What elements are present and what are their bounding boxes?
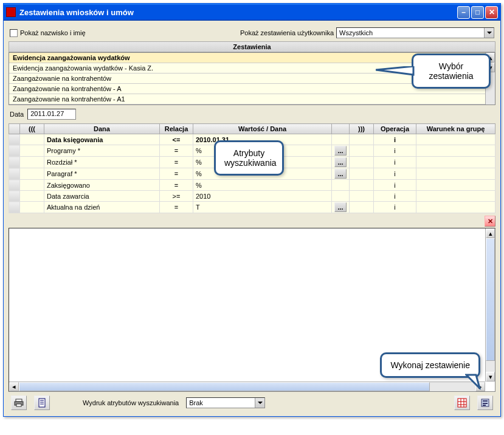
close-panel-button[interactable]: ✕ (485, 216, 495, 227)
row-selector[interactable] (9, 180, 20, 191)
table-row[interactable]: Aktualna na dzień=T...i (9, 202, 495, 213)
cell-open[interactable] (20, 168, 44, 180)
cell-open[interactable] (20, 202, 44, 213)
table-row[interactable]: Data zawarcia>=2010i (9, 191, 495, 202)
cell-picker[interactable]: ... (332, 157, 350, 168)
table-row[interactable]: Zaksięgowano=%i (9, 180, 495, 191)
dropdown-arrow-icon (484, 28, 494, 38)
cell-warunek[interactable] (416, 134, 495, 145)
ellipsis-button[interactable]: ... (334, 146, 347, 156)
cell-relacja[interactable]: = (160, 145, 193, 157)
cell-dana[interactable]: Data księgowania (44, 134, 160, 145)
dropdown-arrow-icon (255, 398, 264, 408)
maximize-button[interactable]: □ (471, 6, 484, 19)
cell-operacja[interactable]: i (374, 180, 416, 191)
cell-close[interactable] (350, 202, 374, 213)
cell-relacja[interactable]: >= (160, 191, 193, 202)
scroll-up-icon[interactable]: ▴ (486, 228, 495, 238)
show-name-checkbox[interactable] (10, 29, 18, 37)
list-item[interactable]: Zaangażowanie na kontrahentów - A1 (9, 94, 495, 104)
ellipsis-button[interactable]: ... (334, 202, 347, 212)
svg-marker-1 (466, 375, 480, 388)
close-button[interactable]: ✕ (485, 6, 498, 19)
ellipsis-button[interactable]: ... (334, 157, 347, 167)
col-close: ))) (350, 124, 374, 134)
scroll-thumb[interactable] (19, 382, 430, 391)
cell-close[interactable] (350, 168, 374, 180)
cell-warunek[interactable] (416, 202, 495, 213)
cell-dana[interactable]: Paragraf * (44, 168, 160, 180)
row-selector[interactable] (9, 145, 20, 157)
row-selector[interactable] (9, 157, 20, 168)
cell-close[interactable] (350, 134, 374, 145)
cell-wartosc[interactable]: T (193, 202, 332, 213)
cell-relacja[interactable]: = (160, 157, 193, 168)
scroll-down-icon[interactable]: ▾ (486, 372, 495, 382)
col-wartosc: Wartość / Dana (193, 124, 332, 134)
results-h-scrollbar[interactable]: ◂ ▸ (9, 382, 485, 391)
minimize-button[interactable]: – (457, 6, 470, 19)
row-selector[interactable] (9, 191, 20, 202)
cell-open[interactable] (20, 180, 44, 191)
user-filter-dropdown[interactable]: Wszystkich (336, 27, 494, 38)
cell-close[interactable] (350, 157, 374, 168)
cell-wartosc[interactable]: % (193, 180, 332, 191)
cell-open[interactable] (20, 191, 44, 202)
svg-rect-2 (16, 399, 22, 402)
cell-warunek[interactable] (416, 180, 495, 191)
cell-close[interactable] (350, 145, 374, 157)
window-title: Zestawienia wniosków i umów (19, 8, 457, 17)
row-selector[interactable] (9, 168, 20, 180)
cell-warunek[interactable] (416, 191, 495, 202)
scroll-thumb[interactable] (486, 238, 495, 361)
cell-operacja[interactable]: i (374, 145, 416, 157)
cell-dana[interactable]: Rozdział * (44, 157, 160, 168)
cell-relacja[interactable]: = (160, 168, 193, 180)
cell-picker[interactable] (332, 180, 350, 191)
cell-operacja[interactable]: i (374, 134, 416, 145)
cell-picker[interactable]: ... (332, 145, 350, 157)
date-label: Data (10, 111, 24, 118)
cell-open[interactable] (20, 134, 44, 145)
cell-operacja[interactable]: i (374, 202, 416, 213)
cell-operacja[interactable]: i (374, 157, 416, 168)
cell-picker[interactable]: ... (332, 202, 350, 213)
cell-dana[interactable]: Aktualna na dzień (44, 202, 160, 213)
cell-wartosc[interactable]: 2010 (193, 191, 332, 202)
cell-operacja[interactable]: i (374, 168, 416, 180)
grid-view-button[interactable] (454, 396, 470, 410)
results-v-scrollbar[interactable]: ▴ ▾ (485, 228, 495, 382)
cell-open[interactable] (20, 157, 44, 168)
date-input[interactable]: 2011.01.27 (27, 109, 76, 120)
cell-warunek[interactable] (416, 145, 495, 157)
cell-close[interactable] (350, 191, 374, 202)
user-filter-label: Pokaż zestawienia użytkownika (240, 29, 334, 36)
cell-picker[interactable]: ... (332, 168, 350, 180)
callout-execute-report: Wykonaj zestawienie (380, 352, 480, 378)
cell-operacja[interactable]: i (374, 191, 416, 202)
ellipsis-button[interactable]: ... (334, 169, 347, 179)
print-attrs-value: Brak (189, 399, 203, 406)
scroll-left-icon[interactable]: ◂ (9, 382, 19, 391)
cell-relacja[interactable]: = (160, 202, 193, 213)
cell-dana[interactable]: Programy * (44, 145, 160, 157)
export-button[interactable] (34, 396, 50, 410)
print-button[interactable] (11, 396, 27, 410)
cell-warunek[interactable] (416, 157, 495, 168)
cell-relacja[interactable]: = (160, 180, 193, 191)
cell-dana[interactable]: Zaksięgowano (44, 180, 160, 191)
row-selector[interactable] (9, 134, 20, 145)
row-selector[interactable] (9, 202, 20, 213)
execute-report-button[interactable] (477, 396, 493, 410)
col-warunek: Warunek na grupę (416, 124, 495, 134)
reports-list-header: Zestawienia (9, 41, 495, 52)
svg-marker-0 (376, 66, 413, 75)
cell-dana[interactable]: Data zawarcia (44, 191, 160, 202)
cell-warunek[interactable] (416, 168, 495, 180)
cell-close[interactable] (350, 180, 374, 191)
cell-open[interactable] (20, 145, 44, 157)
print-attrs-dropdown[interactable]: Brak (186, 397, 265, 408)
cell-picker[interactable] (332, 191, 350, 202)
cell-picker[interactable] (332, 134, 350, 145)
cell-relacja[interactable]: <= (160, 134, 193, 145)
